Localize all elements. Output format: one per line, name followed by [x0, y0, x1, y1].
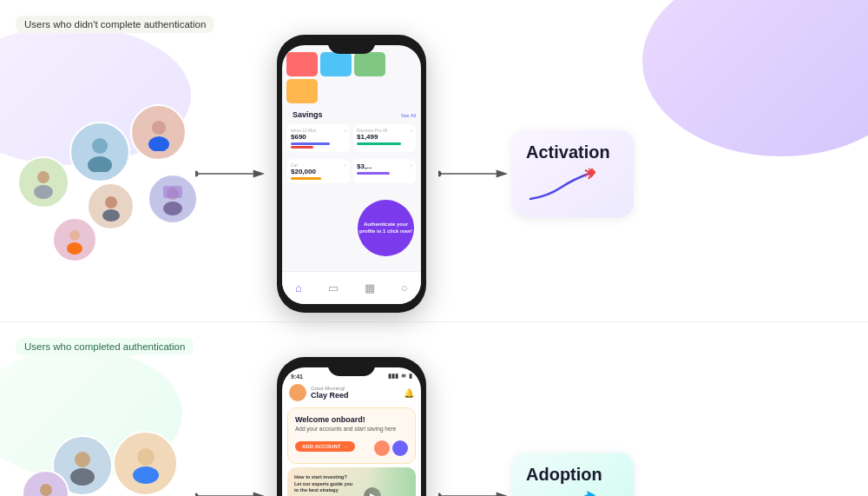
image-overlay	[368, 467, 416, 496]
svg-point-25	[133, 466, 159, 484]
activation-chart	[526, 166, 595, 205]
nav-home: ⌂	[295, 281, 302, 294]
row-bottom-content: 9:41 ▮▮▮ ≋ ▮ Good Morning!	[17, 357, 851, 496]
result-adoption: Adoption	[512, 453, 634, 496]
avatar-8	[113, 431, 178, 496]
investing-card: How to start investing? Let our experts …	[287, 467, 416, 496]
bar1	[291, 142, 330, 145]
savings-row2: Car $20,000 › $3,... ›	[282, 157, 421, 185]
svg-point-10	[163, 202, 182, 215]
svg-point-38	[438, 493, 442, 496]
status-icons: ▮▮▮ ≋ ▮	[388, 373, 412, 380]
battery-icon: ▮	[409, 373, 412, 380]
svg-point-35	[195, 493, 199, 496]
card-green	[354, 52, 385, 76]
label-auth: Users who completed authentication	[16, 338, 194, 355]
dot2	[392, 440, 408, 456]
bar5	[357, 172, 390, 175]
main-container: Users who didn't complete authentication	[0, 0, 868, 496]
welcome-title: Welcome onboard!	[295, 415, 408, 424]
avatar-dots	[374, 440, 408, 456]
wifi-icon: ≋	[401, 373, 406, 380]
bell-icon: 🔔	[404, 388, 414, 398]
btn-text: ADD ACCOUNT	[302, 444, 340, 449]
phone-notch-bottom	[328, 357, 376, 376]
phone-body-bottom: 9:41 ▮▮▮ ≋ ▮ Good Morning!	[277, 357, 426, 496]
svg-marker-36	[253, 493, 265, 496]
arrow-item1: ›	[345, 128, 346, 134]
card-red	[286, 52, 318, 76]
svg-point-12	[67, 242, 82, 255]
savings-item-2: Discover Pro All $1,499 ›	[353, 124, 416, 152]
item1-value: $690	[291, 133, 346, 141]
savings-item-extra: $3,... ›	[353, 159, 416, 183]
savings-nav: ⌂ ▭ ▦ ○	[282, 271, 421, 304]
status-time: 9:41	[291, 374, 303, 380]
nav-person: ○	[401, 281, 408, 294]
svg-point-11	[69, 230, 80, 241]
phone-body-top: Savings See All since 12 Mos $690 ›	[277, 35, 426, 313]
btn-arrow: →	[343, 444, 348, 449]
avatar-1	[69, 122, 130, 182]
car-value: $20,000	[291, 168, 346, 175]
arrow-extra: ›	[411, 162, 412, 169]
bar4	[291, 177, 321, 180]
avatar-4	[87, 182, 135, 230]
screen-onboarding: 9:41 ▮▮▮ ≋ ▮ Good Morning!	[282, 367, 421, 496]
result-activation: Activation	[512, 130, 634, 217]
user-avatar	[289, 384, 306, 401]
svg-point-5	[34, 185, 53, 199]
svg-point-1	[88, 156, 112, 172]
svg-point-24	[137, 448, 155, 466]
arrow-to-result-top	[438, 165, 508, 182]
greeting-content: Good Morning! Clay Reed	[311, 386, 349, 400]
auth-overlay: Authenticate your profile in 1 click now…	[358, 200, 414, 256]
savings-title: Savings	[287, 109, 328, 121]
bar2	[291, 146, 313, 149]
greeting-row: Good Morning! Clay Reed 🔔	[282, 381, 421, 404]
svg-point-23	[70, 468, 95, 486]
item2-value: $1,499	[357, 133, 412, 141]
savings-items: since 12 Mos $690 › Discover Pro All $1,…	[282, 122, 421, 154]
screen-savings: Savings See All since 12 Mos $690 ›	[282, 45, 421, 304]
card-footer: ADD ACCOUNT →	[295, 436, 408, 456]
avatar-2	[130, 104, 187, 161]
phone-onboarding: 9:41 ▮▮▮ ≋ ▮ Good Morning!	[269, 357, 434, 496]
svg-point-2	[152, 121, 166, 135]
arrow-to-result-bottom	[438, 487, 508, 496]
welcome-card: Welcome onboard! Add your accounts and s…	[287, 407, 416, 464]
nav-chart: ▦	[365, 281, 375, 294]
card-orange	[286, 79, 318, 103]
svg-marker-18	[496, 170, 508, 178]
avatar-cluster-top	[17, 96, 191, 269]
bar3	[357, 142, 401, 145]
user-name: Clay Reed	[311, 391, 349, 400]
svg-point-17	[438, 170, 442, 176]
svg-point-26	[40, 484, 52, 496]
adoption-title: Adoption	[526, 465, 602, 485]
svg-point-4	[37, 171, 49, 183]
svg-point-0	[92, 138, 108, 154]
avatar-cluster-bottom	[17, 418, 191, 496]
add-account-btn[interactable]: ADD ACCOUNT →	[295, 441, 355, 452]
svg-rect-9	[163, 186, 182, 198]
row-top: Users who didn't complete authentication	[0, 0, 868, 322]
avatar-6	[52, 217, 97, 262]
row-top-content: Savings See All since 12 Mos $690 ›	[17, 35, 851, 313]
savings-item-car: Car $20,000 ›	[287, 159, 350, 183]
avatar-3	[17, 156, 69, 208]
avatar-5	[148, 174, 198, 224]
svg-marker-15	[253, 170, 265, 178]
savings-item-1: since 12 Mos $690 ›	[287, 124, 350, 152]
svg-point-14	[195, 170, 199, 176]
extra-value: $3,...	[357, 162, 412, 170]
svg-marker-40	[587, 491, 595, 496]
dot1	[374, 440, 390, 456]
svg-point-3	[148, 136, 169, 151]
svg-point-6	[105, 196, 117, 208]
arrow-item2: ›	[411, 128, 412, 134]
phone-notch-top	[328, 35, 376, 54]
welcome-subtitle: Add your accounts and start saving here	[295, 426, 408, 432]
svg-point-22	[75, 452, 90, 467]
arrow-to-phone-bottom	[195, 487, 265, 496]
